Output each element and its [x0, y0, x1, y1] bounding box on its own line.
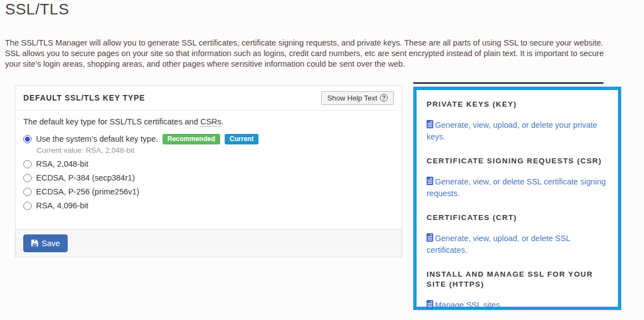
page-description: The SSL/TLS Manager will allow you to ge… — [5, 38, 616, 69]
default-key-type-panel: DEFAULT SSL/TLS KEY TYPE Show Help Text … — [15, 85, 402, 257]
show-help-text-button[interactable]: Show Help Text ? — [321, 91, 394, 105]
radio-label: Use the system’s default key type. — [36, 133, 158, 144]
current-value-note: Current value: RSA, 2,048-bit — [37, 146, 394, 154]
radio-option-rsa-4096[interactable]: RSA, 4,096-bit — [23, 200, 394, 211]
page-title: SSL/TLS — [5, 1, 69, 18]
radio-option-rsa-2048[interactable]: RSA, 2,048-bit — [23, 158, 394, 169]
radio-label: ECDSA, P-256 (prime256v1) — [36, 186, 139, 197]
ssl-shortcuts-sidebar: PRIVATE KEYS (KEY) Generate, view, uploa… — [413, 87, 621, 310]
link-text: Generate, view, upload, or delete your p… — [427, 121, 597, 141]
radio-rsa-4096[interactable] — [23, 202, 32, 210]
section-heading-install-ssl: INSTALL AND MANAGE SSL FOR YOUR SITE (HT… — [427, 269, 608, 289]
panel-body: The default key type for SSL/TLS certifi… — [16, 111, 402, 229]
radio-label: RSA, 2,048-bit — [36, 158, 88, 169]
document-icon — [427, 121, 433, 130]
key-type-intro: The default key type for SSL/TLS certifi… — [23, 117, 394, 126]
link-manage-ssl-sites[interactable]: Manage SSL sites. — [427, 299, 608, 311]
csr-term[interactable]: CSRs — [200, 117, 221, 127]
recommended-badge: Recommended — [163, 134, 220, 144]
radio-label: RSA, 4,096-bit — [36, 200, 88, 211]
show-help-text-label: Show Help Text — [327, 94, 377, 102]
radio-rsa-2048[interactable] — [23, 160, 32, 168]
radio-ecdsa-p256[interactable] — [23, 188, 32, 196]
radio-label: ECDSA, P-384 (secp384r1) — [36, 172, 135, 183]
save-button[interactable]: Save — [23, 234, 68, 252]
section-heading-certificates: CERTIFICATES (CRT) — [427, 213, 608, 223]
floppy-disk-icon — [31, 239, 38, 247]
link-text: Generate, view, or delete SSL certificat… — [427, 177, 606, 198]
link-text: Generate, view, upload, or delete SSL ce… — [427, 234, 570, 254]
question-circle-icon: ? — [380, 94, 388, 102]
link-private-keys[interactable]: Generate, view, upload, or delete your p… — [427, 119, 608, 143]
section-heading-private-keys: PRIVATE KEYS (KEY) — [427, 99, 608, 109]
radio-option-ecdsa-p256[interactable]: ECDSA, P-256 (prime256v1) — [23, 186, 394, 197]
section-heading-csr: CERTIFICATE SIGNING REQUESTS (CSR) — [427, 156, 608, 166]
radio-system-default[interactable] — [23, 135, 32, 143]
current-badge: Current — [225, 134, 258, 144]
panel-title: DEFAULT SSL/TLS KEY TYPE — [23, 93, 145, 102]
link-text: Manage SSL sites. — [435, 301, 502, 309]
document-icon — [427, 178, 433, 187]
panel-header: DEFAULT SSL/TLS KEY TYPE Show Help Text … — [16, 86, 402, 111]
document-icon — [427, 234, 433, 243]
sidebar-top-rule — [413, 82, 604, 84]
link-csr[interactable]: Generate, view, or delete SSL certificat… — [427, 176, 608, 199]
link-certificates[interactable]: Generate, view, upload, or delete SSL ce… — [427, 233, 608, 256]
save-button-label: Save — [42, 239, 60, 248]
radio-ecdsa-p384[interactable] — [23, 174, 32, 182]
intro-suffix: . — [221, 117, 224, 126]
document-icon — [427, 301, 433, 310]
radio-option-system-default[interactable]: Use the system’s default key type. Recom… — [23, 133, 394, 144]
panel-footer: Save — [16, 229, 402, 257]
radio-option-ecdsa-p384[interactable]: ECDSA, P-384 (secp384r1) — [23, 172, 394, 183]
intro-prefix: The default key type for SSL/TLS certifi… — [23, 117, 200, 126]
